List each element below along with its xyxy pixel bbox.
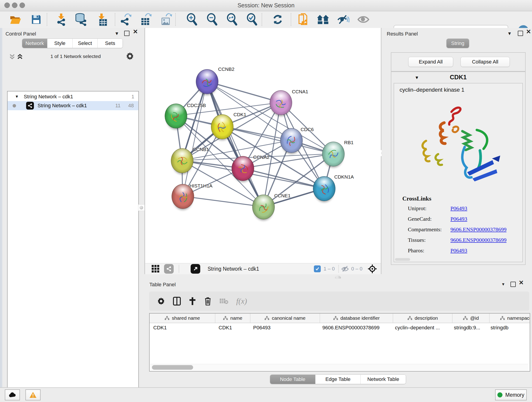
collapse-all-button[interactable]: Collapse All (461, 57, 510, 67)
show-all-homes-icon[interactable] (317, 13, 329, 26)
node-table[interactable]: shared namenamecanonical namedatabase id… (149, 313, 530, 371)
scrollbar-thumb[interactable] (152, 365, 193, 370)
zoom-fit-icon[interactable] (226, 13, 239, 26)
export-network-icon[interactable] (119, 13, 132, 26)
float-panel-icon[interactable]: ▼ (114, 31, 119, 36)
tab-network-table[interactable]: Network Table (360, 375, 406, 384)
network-node-cdc25b[interactable] (165, 104, 187, 128)
edge-line[interactable] (183, 196, 263, 207)
network-canvas[interactable]: CCNB2CCNA1CDC25BCDK1CDC6RB1CCNB1CCNA2CDK… (145, 28, 381, 263)
network-row-selected[interactable]: String Network – cdk1 11 48 (7, 101, 138, 110)
add-column-icon[interactable] (189, 297, 196, 306)
float-panel-icon[interactable]: ▼ (507, 31, 512, 36)
memory-label: Memory (505, 392, 524, 398)
column-header--id[interactable]: @id (452, 313, 490, 323)
tab-sets[interactable]: Sets (97, 39, 123, 48)
zoom-in-icon[interactable] (186, 13, 198, 26)
close-panel-icon[interactable]: ✕ (519, 280, 524, 285)
crosslink-link[interactable]: P06493 (450, 216, 467, 222)
birds-eye-grid-icon[interactable] (151, 264, 160, 273)
network-node-ccna1[interactable] (270, 90, 292, 115)
panel-scrollbar-fragment[interactable] (395, 258, 410, 261)
left-splitter-handle[interactable] (138, 204, 145, 211)
hide-selected-eye-icon[interactable] (337, 13, 350, 26)
column-header-database-identifier[interactable]: database identifier (320, 313, 393, 323)
table-cell[interactable]: cyclin–dependent ... (391, 323, 450, 332)
crosslink-label: Compartments: (408, 226, 450, 233)
table-cell[interactable]: 9606.ENSP00000378699 (319, 323, 391, 332)
selected-checkbox-icon[interactable] (314, 265, 321, 272)
table-cell[interactable]: stringdb:9... (450, 323, 487, 332)
column-header-shared-name[interactable]: shared name (150, 313, 215, 323)
hidden-eye-icon[interactable] (341, 265, 349, 272)
network-node-rb1[interactable] (322, 142, 345, 166)
network-node-ccnb2[interactable] (196, 69, 218, 94)
refresh-icon[interactable] (271, 13, 284, 26)
warning-button[interactable] (25, 389, 41, 400)
float-panel-icon[interactable]: ▼ (501, 282, 505, 287)
hidden-node-edge-counts: 0 – 0 (351, 266, 362, 272)
open-session-icon[interactable] (9, 13, 22, 26)
tab-network[interactable]: Network (22, 39, 47, 48)
table-horizontal-scrollbar[interactable] (150, 364, 528, 370)
zoom-selected-icon[interactable] (246, 13, 259, 26)
tab-node-table[interactable]: Node Table (270, 375, 315, 384)
maximize-panel-icon[interactable] (124, 31, 129, 36)
save-session-icon[interactable] (30, 13, 43, 26)
network-node-cdc6[interactable] (280, 128, 303, 153)
column-header-description[interactable]: description (393, 313, 452, 323)
tab-style[interactable]: Style (47, 39, 72, 48)
table-row[interactable]: CDK1CDK1P064939606.ENSP00000378699cyclin… (150, 323, 530, 332)
table-cell[interactable]: P06493 (249, 323, 319, 332)
expand-all-tree-icon[interactable] (17, 53, 23, 60)
network-collection-row[interactable]: ▼ String Network – cdk1 1 (7, 92, 138, 101)
export-image-icon[interactable] (159, 13, 172, 26)
network-node-cdkn1a[interactable] (313, 176, 336, 201)
fit-selected-crosshair-icon[interactable] (367, 264, 377, 274)
copy-network-icon[interactable] (297, 13, 309, 26)
table-cell[interactable]: CDK1 (150, 323, 215, 332)
import-network-file-icon[interactable] (55, 13, 68, 26)
tab-string[interactable]: String (447, 39, 469, 48)
column-header-name[interactable]: name (215, 313, 250, 323)
edge-line[interactable] (183, 81, 207, 196)
table-tabs: Node TableEdge TableNetwork Table (270, 375, 406, 384)
crosslink-link[interactable]: 9606.ENSP00000378699 (450, 226, 507, 233)
zoom-out-icon[interactable] (206, 13, 219, 26)
expand-all-button[interactable]: Expand All (408, 57, 453, 67)
edge-line[interactable] (207, 81, 263, 207)
delete-column-icon[interactable] (204, 297, 211, 306)
crosslink-link[interactable]: 9606.ENSP00000378699 (450, 237, 507, 243)
import-table-file-icon[interactable] (95, 13, 108, 26)
column-header-canonical-name[interactable]: canonical name (250, 313, 320, 323)
show-columns-icon[interactable] (173, 297, 181, 306)
protein-thumbnail (285, 134, 298, 148)
close-panel-icon[interactable]: ✕ (133, 29, 138, 34)
maximize-panel-icon[interactable] (518, 31, 523, 36)
table-gear-icon[interactable] (157, 297, 165, 305)
import-network-database-icon[interactable] (74, 13, 87, 26)
close-panel-icon[interactable]: ✕ (526, 29, 531, 34)
table-cell[interactable]: stringdb (487, 323, 530, 332)
export-table-icon[interactable] (139, 13, 152, 26)
crosslink-link[interactable]: P06493 (450, 205, 467, 211)
collapse-all-tree-icon[interactable] (9, 53, 16, 60)
tab-select[interactable]: Select (72, 39, 98, 48)
tree-expand-icon[interactable]: ▼ (15, 95, 19, 99)
cloud-button[interactable] (5, 389, 20, 400)
open-in-new-window-icon[interactable] (191, 264, 200, 274)
network-node-ccne1[interactable] (252, 195, 275, 219)
show-eye-icon[interactable] (357, 13, 370, 26)
maximize-panel-icon[interactable] (510, 282, 516, 287)
left-splitter[interactable] (144, 28, 145, 274)
network-node-ccnb1[interactable] (171, 148, 193, 173)
network-node-ccna2[interactable] (232, 156, 254, 181)
column-header-namespace[interactable]: namespace (490, 313, 530, 323)
tab-edge-table[interactable]: Edge Table (315, 375, 361, 384)
network-node-cdk1[interactable] (211, 114, 234, 139)
network-share-icon[interactable] (164, 264, 174, 274)
table-cell[interactable]: CDK1 (215, 323, 249, 332)
memory-button[interactable]: Memory (495, 389, 527, 400)
crosslink-link[interactable]: P06493 (450, 248, 467, 254)
options-gear-icon[interactable] (126, 52, 134, 61)
